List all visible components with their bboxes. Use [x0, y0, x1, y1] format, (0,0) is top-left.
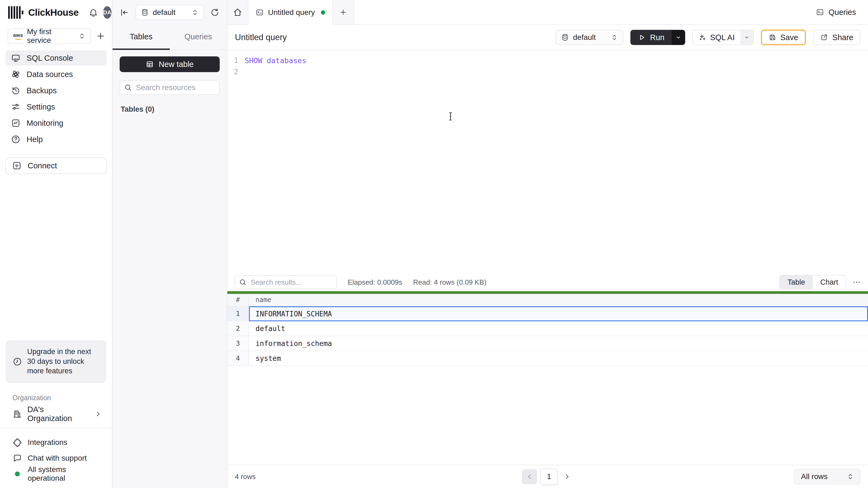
- page-size-value: All rows: [801, 472, 828, 481]
- results-panel: Search results... Elapsed: 0.0009s Read:…: [227, 273, 868, 488]
- aws-logo: aws: [13, 33, 23, 40]
- current-page-button[interactable]: 1: [540, 468, 558, 485]
- query-success-bar: [227, 291, 868, 294]
- cell-database-name[interactable]: default: [249, 321, 868, 336]
- system-status[interactable]: All systems operational: [12, 467, 105, 481]
- results-footer: 4 rows 1 All rows: [227, 465, 868, 488]
- sidebar-item-data-sources[interactable]: Data sources: [5, 67, 106, 82]
- organization-row[interactable]: DA's Organization: [0, 406, 112, 422]
- organization-section-label: Organization: [0, 394, 112, 402]
- queries-button[interactable]: Queries: [812, 5, 860, 20]
- new-tab-button[interactable]: [333, 0, 354, 24]
- sidebar-bottom: Upgrade in the next 30 days to unlock mo…: [0, 340, 112, 488]
- cell-database-name[interactable]: system: [249, 351, 868, 366]
- sql-code: SHOW databases: [245, 56, 307, 65]
- tab-queries[interactable]: Queries: [170, 25, 227, 50]
- sidebar: ClickHouse DA aws My first service S: [0, 0, 113, 488]
- unsaved-changes-dot: [321, 10, 325, 14]
- database-icon: [561, 33, 569, 41]
- home-icon: [233, 7, 243, 17]
- toggle-table[interactable]: Table: [780, 275, 813, 289]
- search-results-input[interactable]: Search results...: [235, 275, 337, 289]
- page-size-selector[interactable]: All rows: [794, 469, 860, 485]
- more-options-icon[interactable]: [852, 278, 861, 287]
- tab-untitled-query[interactable]: Untitled query: [248, 0, 333, 25]
- read-stat: Read: 4 rows (0.09 KB): [413, 278, 486, 287]
- connect-button[interactable]: Connect: [5, 157, 106, 174]
- sql-ai-button[interactable]: SQL AI: [693, 30, 740, 44]
- cell-database-name[interactable]: INFORMATION_SCHEMA: [249, 306, 868, 321]
- text-cursor-pointer: [446, 111, 455, 122]
- tab-label: Untitled query: [268, 8, 315, 17]
- chat-bubble-icon: [12, 453, 22, 463]
- service-name: My first service: [27, 27, 74, 45]
- sparkles-icon: [698, 33, 706, 41]
- name-column-header[interactable]: name: [249, 294, 868, 306]
- query-database-selector[interactable]: default: [556, 30, 623, 45]
- sql-ai-options-button[interactable]: [740, 30, 753, 44]
- sidebar-footer: Integrations Chat with support All syste…: [0, 428, 112, 488]
- sidebar-item-sql-console[interactable]: SQL Console: [5, 51, 106, 66]
- query-header: Untitled query default Run: [227, 25, 868, 51]
- results-table: # name 1 INFORMATION_SCHEMA 2 default 3 …: [227, 294, 868, 366]
- clickhouse-logo: [8, 6, 23, 19]
- table-row[interactable]: 1 INFORMATION_SCHEMA: [227, 306, 868, 321]
- sql-editor[interactable]: 1 SHOW databases 2: [227, 51, 868, 273]
- tabstrip-right: Queries: [354, 0, 868, 24]
- view-toggle: Table Chart: [779, 275, 846, 290]
- home-tab-button[interactable]: [227, 0, 248, 24]
- sidebar-item-settings[interactable]: Settings: [5, 99, 106, 115]
- database-selector[interactable]: default: [135, 5, 204, 20]
- help-icon: [11, 134, 21, 144]
- sidebar-item-help[interactable]: Help: [5, 132, 106, 147]
- chat-support-link[interactable]: Chat with support: [12, 451, 105, 465]
- search-resources-input[interactable]: Search resources: [120, 80, 220, 95]
- next-page-button[interactable]: [561, 469, 574, 484]
- previous-page-button[interactable]: [522, 469, 537, 484]
- cell-database-name[interactable]: information_schema: [249, 336, 868, 351]
- sidebar-item-monitoring[interactable]: Monitoring: [5, 116, 106, 131]
- search-icon: [124, 84, 132, 92]
- sidebar-nav: SQL Console Data sources Backups Setting…: [0, 46, 112, 147]
- editor-line: 2: [231, 66, 868, 77]
- database-name: default: [573, 33, 596, 42]
- brand-row: ClickHouse DA: [0, 0, 112, 25]
- settings-icon: [11, 102, 21, 112]
- run-options-button[interactable]: [672, 30, 685, 45]
- upgrade-text: Upgrade in the next 30 days to unlock mo…: [27, 347, 99, 376]
- refresh-icon[interactable]: [210, 8, 220, 18]
- save-button[interactable]: Save: [761, 30, 806, 45]
- chevron-right-icon: [94, 410, 102, 418]
- service-selector[interactable]: aws My first service: [8, 28, 91, 44]
- explorer-body: New table Search resources Tables (0): [113, 50, 227, 120]
- upgrade-notice[interactable]: Upgrade in the next 30 days to unlock mo…: [6, 340, 106, 383]
- integrations-link[interactable]: Integrations: [12, 435, 105, 450]
- collapse-panel-icon[interactable]: [120, 8, 129, 18]
- query-title[interactable]: Untitled query: [235, 33, 287, 42]
- table-row[interactable]: 3 information_schema: [227, 336, 868, 351]
- database-name: default: [153, 8, 176, 17]
- line-number: 1: [231, 56, 238, 65]
- tab-tables[interactable]: Tables: [113, 25, 170, 50]
- query-actions: default Run: [556, 30, 860, 45]
- results-toolbar: Search results... Elapsed: 0.0009s Read:…: [227, 273, 868, 291]
- line-number: 2: [231, 68, 238, 76]
- sidebar-item-backups[interactable]: Backups: [5, 83, 106, 98]
- share-button[interactable]: Share: [813, 30, 860, 45]
- elapsed-stat: Elapsed: 0.0009s: [348, 278, 402, 287]
- notifications-bell-icon[interactable]: [88, 8, 98, 18]
- new-table-button[interactable]: New table: [120, 56, 220, 72]
- avatar[interactable]: DA: [103, 6, 112, 19]
- toggle-chart[interactable]: Chart: [813, 275, 846, 289]
- clickhouse-console-app: ClickHouse DA aws My first service S: [0, 0, 868, 488]
- share-icon: [820, 33, 828, 41]
- add-service-button[interactable]: [96, 31, 105, 41]
- table-row[interactable]: 2 default: [227, 321, 868, 336]
- table-row[interactable]: 4 system: [227, 351, 868, 366]
- pagination: 1: [522, 468, 574, 485]
- results-table-header: # name: [227, 294, 868, 306]
- row-count: 4 rows: [235, 473, 256, 481]
- main-area: Untitled query Queries Untitled query de…: [227, 0, 868, 488]
- terminal-icon: [816, 8, 824, 16]
- run-button[interactable]: Run: [630, 30, 671, 45]
